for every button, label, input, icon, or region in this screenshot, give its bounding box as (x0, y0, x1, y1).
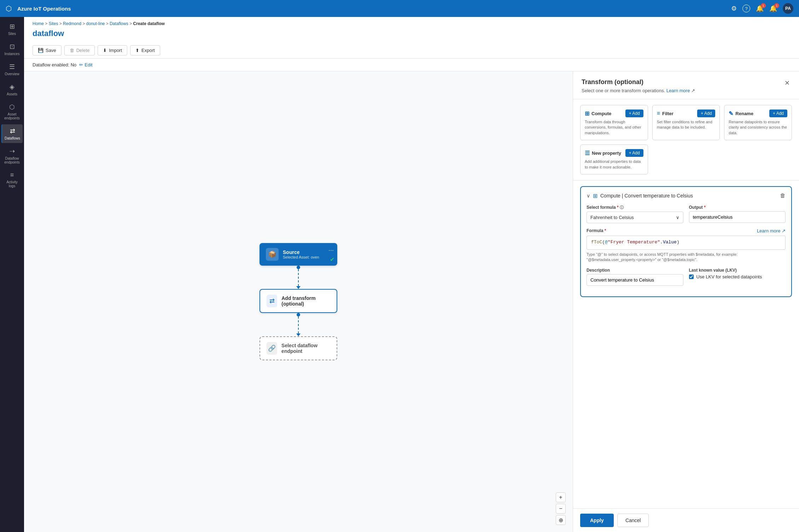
description-input[interactable] (587, 274, 683, 286)
compute-section-title: Compute | Convert temperature to Celsius (600, 193, 693, 199)
endpoint-node[interactable]: 🔗 Select dataflow endpoint (259, 336, 337, 360)
sidebar-item-overview[interactable]: ☰ Overview (1, 60, 23, 79)
compute-chevron[interactable]: ∨ (587, 193, 590, 199)
new-property-op-icon: ☰ (585, 150, 590, 156)
formula-required: * (617, 205, 619, 210)
compute-op-icon: ⊞ (585, 110, 589, 117)
dataflow-status: Dataflow enabled: No (33, 62, 76, 67)
canvas: 📦 Source Selected Asset: oven ··· ✔ (24, 71, 573, 532)
settings-icon[interactable]: ⚙ (731, 5, 737, 12)
op-card-new-property-header: ☰ New property + Add (585, 149, 643, 157)
status-bar: Dataflow enabled: No ✏ Edit (24, 59, 799, 71)
breadcrumb-dataflows[interactable]: Dataflows (110, 21, 128, 26)
sidebar-item-instances[interactable]: ⊡ Instances (1, 40, 23, 59)
source-node-title: Source (283, 249, 319, 255)
notification2-icon[interactable]: 🔔 1 (769, 5, 777, 12)
panel-learn-more[interactable]: Learn more (666, 88, 690, 93)
filter-op-icon: ≡ (657, 110, 660, 117)
source-node[interactable]: 📦 Source Selected Asset: oven ··· ✔ (259, 243, 337, 266)
delete-button[interactable]: 🗑 Delete (64, 45, 95, 55)
import-button[interactable]: ⬇ Import (98, 45, 127, 55)
sidebar-item-activity-logs[interactable]: ≡ Activity logs (1, 169, 23, 191)
select-formula-group: Select formula * ⓘ Fahrenheit to Celsius… (587, 205, 683, 223)
edit-icon: ✏ (79, 62, 83, 67)
export-icon: ⬆ (135, 48, 139, 53)
desc-lkv-row: Description Last known value (LKV) Use L… (587, 268, 786, 286)
panel-header-text: Transform (optional) Select one or more … (582, 78, 695, 93)
compute-add-button[interactable]: + Add (625, 110, 643, 117)
notification1-icon[interactable]: 🔔 1 (756, 5, 764, 12)
zoom-out-button[interactable]: − (556, 504, 566, 514)
output-group: Output * (689, 205, 786, 223)
save-button[interactable]: 💾 Save (33, 45, 62, 55)
cancel-button[interactable]: Cancel (617, 514, 649, 527)
close-button[interactable]: ✕ (784, 78, 791, 88)
dataflows-icon: ⇄ (10, 127, 15, 135)
content-area: Home > Sites > Redmond > donut-line > Da… (24, 17, 799, 532)
op-card-filter-header: ≡ Filter + Add (657, 110, 716, 117)
breadcrumb-donut-line[interactable]: donut-line (86, 21, 105, 26)
compute-op-desc: Transform data through conversions, form… (585, 119, 643, 136)
rename-add-button[interactable]: + Add (769, 110, 787, 117)
transform-node-title: Add transform (optional) (281, 295, 330, 307)
filter-add-button[interactable]: + Add (697, 110, 715, 117)
top-nav: ⬡ Azure IoT Operations ⚙ ? 🔔 1 🔔 1 PA (0, 0, 799, 17)
op-card-new-property-title: ☰ New property (585, 150, 621, 156)
op-card-rename-header: ✎ Rename + Add (729, 110, 787, 117)
breadcrumb-redmond[interactable]: Redmond (63, 21, 81, 26)
edit-link[interactable]: ✏ Edit (79, 62, 92, 67)
formula-header: Formula * Learn more ↗ (587, 228, 786, 234)
sites-icon: ⊞ (10, 23, 15, 30)
zoom-controls: + − ⊕ (556, 492, 566, 525)
source-node-icon: 📦 (266, 248, 279, 261)
endpoint-node-title: Select dataflow endpoint (281, 343, 330, 354)
formula-dropdown[interactable]: Fahrenheit to Celsius ∨ (587, 212, 683, 223)
lkv-checkbox[interactable] (689, 274, 694, 279)
select-formula-label: Select formula * ⓘ (587, 205, 683, 210)
overview-icon: ☰ (9, 63, 15, 71)
instances-icon: ⊡ (10, 43, 15, 51)
formula-learn-more-link[interactable]: Learn more ↗ (757, 228, 786, 234)
transform-node[interactable]: ⇄ Add transform (optional) (259, 289, 337, 313)
zoom-fit-button[interactable]: ⊕ (556, 515, 566, 525)
source-node-check: ✔ (330, 256, 334, 263)
source-node-menu[interactable]: ··· (328, 247, 334, 254)
apply-button[interactable]: Apply (580, 514, 614, 527)
dataflow-endpoints-icon: ⇢ (10, 147, 15, 155)
sidebar-item-sites[interactable]: ⊞ Sites (1, 20, 23, 39)
notification1-badge: 1 (761, 3, 766, 8)
sidebar-item-label: Assets (7, 92, 17, 96)
transform-node-icon: ⇄ (267, 295, 277, 307)
avatar[interactable]: PA (783, 3, 793, 14)
output-input[interactable] (689, 211, 786, 223)
sidebar-item-dataflows[interactable]: ⇄ Dataflows (1, 124, 23, 143)
op-card-compute-title: ⊞ Compute (585, 110, 611, 117)
formula-form-row: Select formula * ⓘ Fahrenheit to Celsius… (587, 205, 786, 223)
sidebar-item-dataflow-endpoints[interactable]: ⇢ Dataflow endpoints (1, 144, 23, 167)
formula-box[interactable]: fToC(@"Fryer Temperature".Value) (587, 236, 786, 250)
op-card-filter-title: ≡ Filter (657, 110, 673, 117)
formula-info-icon[interactable]: ⓘ (620, 205, 624, 209)
sidebar-item-label: Instances (5, 52, 20, 56)
op-card-rename: ✎ Rename + Add Rename datapoints to ensu… (724, 105, 792, 140)
formula-hint: Type "@" to select datapoints, or access… (587, 252, 786, 263)
canvas-panel-area: 📦 Source Selected Asset: oven ··· ✔ (24, 71, 799, 532)
top-nav-icons: ⚙ ? 🔔 1 🔔 1 PA (731, 3, 793, 14)
description-group: Description (587, 268, 683, 286)
panel-scroll: ∨ ⊞ Compute | Convert temperature to Cel… (573, 181, 799, 508)
asset-endpoints-icon: ⬡ (9, 103, 15, 111)
compute-section: ∨ ⊞ Compute | Convert temperature to Cel… (580, 186, 792, 297)
breadcrumb-home[interactable]: Home (33, 21, 44, 26)
description-label: Description (587, 268, 683, 273)
assets-icon: ◈ (10, 83, 14, 91)
help-icon[interactable]: ? (742, 5, 750, 12)
compute-delete-button[interactable]: 🗑 (780, 193, 786, 199)
export-button[interactable]: ⬆ Export (130, 45, 160, 55)
panel-footer: Apply Cancel (573, 508, 799, 532)
zoom-in-button[interactable]: + (556, 492, 566, 502)
new-property-add-button[interactable]: + Add (625, 149, 643, 157)
breadcrumb-sites[interactable]: Sites (49, 21, 58, 26)
sidebar-item-asset-endpoints[interactable]: ⬡ Asset endpoints (1, 100, 23, 123)
import-icon: ⬇ (103, 48, 107, 53)
sidebar-item-assets[interactable]: ◈ Assets (1, 80, 23, 99)
